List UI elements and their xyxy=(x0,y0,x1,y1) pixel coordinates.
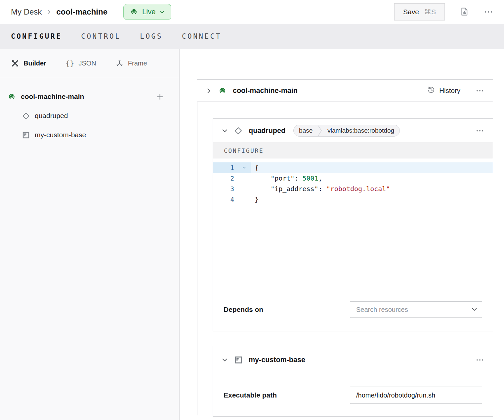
resource-model-badge: viamlabs:base:robotdog xyxy=(322,127,399,134)
quadruped-resource-card: quadruped base viamlabs:base:robotdog CO… xyxy=(213,118,493,331)
quadruped-card-header: quadruped base viamlabs:base:robotdog xyxy=(213,119,493,143)
quadruped-card-title: quadruped xyxy=(249,127,285,135)
component-diamond-icon xyxy=(22,112,30,120)
mode-tab-frame[interactable]: Frame xyxy=(115,59,147,67)
depends-on-select[interactable] xyxy=(350,301,482,318)
mode-tab-json[interactable]: {} JSON xyxy=(65,59,96,67)
executable-path-label: Executable path xyxy=(224,391,277,399)
line-number: 4 xyxy=(213,194,237,205)
sidebar-mode-tabs: Builder {} JSON Frame xyxy=(0,49,179,78)
module-icon xyxy=(22,131,30,139)
badge-divider-icon xyxy=(318,125,322,136)
mode-tab-builder[interactable]: Builder xyxy=(11,59,46,67)
machine-card-menu-button[interactable] xyxy=(476,89,484,92)
machine-status-dropdown[interactable]: Live xyxy=(123,4,171,20)
code-line: 4 } xyxy=(213,194,493,205)
module-card-body: Executable path xyxy=(213,374,493,416)
tab-connect[interactable]: CONNECT xyxy=(182,32,222,40)
mode-tab-frame-label: Frame xyxy=(128,60,147,67)
machine-part-online-icon xyxy=(218,86,227,95)
quadruped-panel-tabbar: CONFIGURE xyxy=(213,143,493,158)
machine-card-expand-chevron[interactable] xyxy=(206,88,212,94)
history-button[interactable]: History xyxy=(427,86,460,96)
breadcrumb-my-desk[interactable]: My Desk xyxy=(11,7,42,17)
breadcrumb: My Desk cool-machine xyxy=(11,7,107,17)
breadcrumb-chevron-icon xyxy=(46,9,52,15)
code-fold-chevron-icon[interactable] xyxy=(237,162,251,173)
save-button[interactable]: Save ⌘S xyxy=(394,3,445,21)
depends-on-row: Depends on xyxy=(213,298,493,331)
machine-part-card-title: cool-machine-main xyxy=(233,87,298,95)
machine-part-card: cool-machine-main History xyxy=(197,79,493,102)
quadruped-collapse-chevron[interactable] xyxy=(222,128,228,134)
line-number: 2 xyxy=(213,173,237,184)
tree-item-machine-part-label: cool-machine-main xyxy=(21,93,84,101)
tab-control[interactable]: CONTROL xyxy=(81,32,121,40)
machine-part-online-icon xyxy=(7,92,16,101)
topbar-overflow-menu-button[interactable] xyxy=(484,10,493,15)
tree-item-my-custom-base-label: my-custom-base xyxy=(35,131,86,139)
module-collapse-chevron[interactable] xyxy=(222,357,228,363)
add-resource-button[interactable] xyxy=(155,92,164,101)
save-shortcut-hint: ⌘S xyxy=(424,8,436,16)
machine-metrics-button[interactable] xyxy=(459,7,469,18)
document-chart-icon xyxy=(459,7,469,18)
resource-tree: cool-machine-main quadruped xyxy=(0,78,179,141)
resource-type-badge: base xyxy=(294,127,318,134)
page-tab-bar: CONFIGURE CONTROL LOGS CONNECT xyxy=(0,24,504,49)
config-main-panel: cool-machine-main History xyxy=(180,49,504,420)
configure-sidebar: Builder {} JSON Frame xyxy=(0,49,180,420)
topbar: My Desk cool-machine Live Save ⌘S xyxy=(0,0,504,24)
code-line: 2 "port": 5001, xyxy=(213,173,493,184)
ellipsis-icon xyxy=(484,10,493,15)
tools-icon xyxy=(11,59,19,67)
module-card-title: my-custom-base xyxy=(249,356,305,364)
my-custom-base-card: my-custom-base Executable path xyxy=(213,346,493,417)
module-card-header: my-custom-base xyxy=(213,346,493,374)
frame-axes-icon xyxy=(115,59,124,67)
module-icon xyxy=(234,356,243,364)
tree-item-quadruped-label: quadruped xyxy=(35,112,68,120)
depends-on-label: Depends on xyxy=(224,306,263,314)
status-chevron-down-icon xyxy=(159,9,165,15)
tree-item-machine-part[interactable]: cool-machine-main xyxy=(7,91,164,103)
resource-type-model-badge: base viamlabs:base:robotdog xyxy=(293,125,400,137)
json-config-editor[interactable]: 1 { 2 "port": 5001, 3 xyxy=(213,158,493,298)
executable-path-input[interactable] xyxy=(350,387,482,404)
component-diamond-icon xyxy=(234,126,243,135)
tab-configure[interactable]: CONFIGURE xyxy=(11,32,62,40)
quadruped-card-menu-button[interactable] xyxy=(476,129,484,132)
status-badge-label: Live xyxy=(142,8,155,16)
line-number: 1 xyxy=(213,162,237,173)
mode-tab-builder-label: Builder xyxy=(23,60,46,67)
history-button-label: History xyxy=(439,87,460,95)
resource-connector-line xyxy=(197,102,197,415)
tree-item-my-custom-base[interactable]: my-custom-base xyxy=(22,129,164,141)
save-button-label: Save xyxy=(403,8,419,16)
code-line: 3 "ip_address": "robotdog.local" xyxy=(213,184,493,194)
braces-icon: {} xyxy=(65,59,74,67)
module-card-menu-button[interactable] xyxy=(476,358,484,361)
history-clock-icon xyxy=(427,86,435,96)
code-line: 1 { xyxy=(213,162,493,173)
mode-tab-json-label: JSON xyxy=(78,60,96,67)
live-signal-icon xyxy=(130,8,138,16)
panel-tab-configure[interactable]: CONFIGURE xyxy=(224,147,264,154)
tab-logs[interactable]: LOGS xyxy=(140,32,163,40)
tree-item-quadruped[interactable]: quadruped xyxy=(22,110,164,122)
breadcrumb-machine-name: cool-machine xyxy=(56,7,107,17)
machine-config-page: My Desk cool-machine Live Save ⌘S xyxy=(0,0,504,420)
line-number: 3 xyxy=(213,184,237,194)
